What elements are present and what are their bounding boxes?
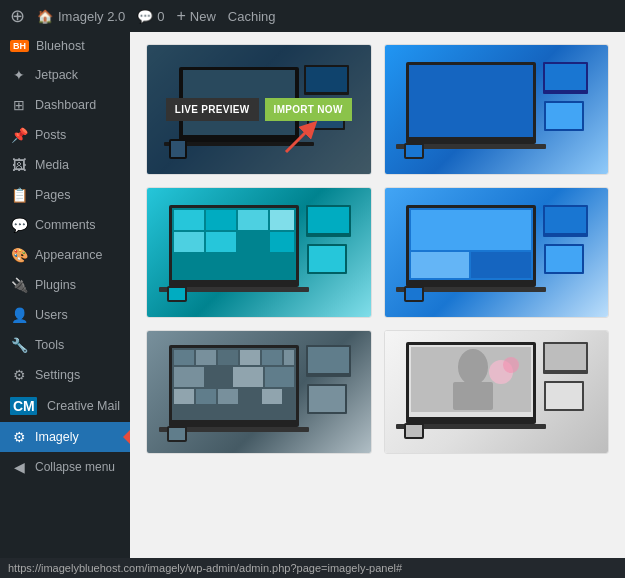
sidebar-label-dashboard: Dashboard	[35, 98, 96, 112]
theme-preview-fearless	[385, 45, 609, 174]
sidebar-item-jetpack[interactable]: ✦ Jetpack	[0, 60, 130, 90]
tools-icon: 🔧	[10, 337, 28, 353]
svg-rect-36	[169, 288, 185, 300]
theme-label-softly: SOFTLY	[385, 317, 609, 318]
sidebar-label-pages: Pages	[35, 188, 70, 202]
sidebar-label-media: Media	[35, 158, 69, 172]
sidebar-label-posts: Posts	[35, 128, 66, 142]
jetpack-icon: ✦	[10, 67, 28, 83]
sidebar-label-jetpack: Jetpack	[35, 68, 78, 82]
svg-rect-24	[238, 210, 268, 230]
theme-card-bottom1[interactable]	[146, 330, 372, 454]
svg-rect-63	[218, 389, 238, 404]
theme-card-softly[interactable]: SOFTLY	[384, 187, 610, 318]
theme-card-fearless[interactable]: FEARLESS	[384, 44, 610, 175]
theme-preview-softly	[385, 188, 609, 317]
theme-preview-iconic: LIVE PREVIEW IMPORT NOW	[147, 45, 371, 174]
sidebar-item-imagely[interactable]: ⚙ Imagely	[0, 422, 130, 452]
svg-rect-70	[309, 386, 345, 412]
theme-overlay-iconic: LIVE PREVIEW IMPORT NOW	[147, 45, 371, 174]
svg-rect-62	[196, 389, 216, 404]
sidebar-label-users: Users	[35, 308, 68, 322]
sidebar-label-comments: Comments	[35, 218, 95, 232]
sidebar-collapse[interactable]: ◀ Collapse menu	[0, 452, 130, 482]
svg-rect-19	[406, 145, 422, 157]
users-icon: 👤	[10, 307, 28, 323]
sidebar-label-bluehost: Bluehost	[36, 39, 85, 53]
svg-rect-29	[270, 232, 294, 252]
main-layout: BH Bluehost ✦ Jetpack ⊞ Dashboard 📌 Post…	[0, 32, 625, 578]
theme-label-captivate: CAPTIVATE	[147, 317, 371, 318]
dashboard-icon: ⊞	[10, 97, 28, 113]
svg-rect-41	[471, 252, 531, 278]
theme-card-captivate[interactable]: CAPTIVATE	[146, 187, 372, 318]
sidebar-item-creative-mail[interactable]: CM Creative Mail	[0, 390, 130, 422]
svg-rect-58	[206, 367, 231, 387]
svg-rect-22	[174, 210, 204, 230]
sidebar-item-dashboard[interactable]: ⊞ Dashboard	[0, 90, 130, 120]
sidebar-item-settings[interactable]: ⚙ Settings	[0, 360, 130, 390]
collapse-icon: ◀	[10, 459, 28, 475]
svg-point-79	[503, 357, 519, 373]
status-bar: https://imagelybluehost.com/imagely/wp-a…	[0, 558, 625, 578]
svg-rect-56	[284, 350, 294, 365]
sidebar-item-pages[interactable]: 📋 Pages	[0, 180, 130, 210]
status-url: https://imagelybluehost.com/imagely/wp-a…	[8, 562, 402, 574]
svg-rect-84	[546, 383, 582, 409]
theme-card-iconic[interactable]: LIVE PREVIEW IMPORT NOW	[146, 44, 372, 175]
svg-rect-72	[169, 428, 185, 440]
sidebar-label-plugins: Plugins	[35, 278, 76, 292]
sidebar-item-comments[interactable]: 💬 Comments	[0, 210, 130, 240]
theme-grid: LIVE PREVIEW IMPORT NOW	[146, 44, 609, 454]
svg-rect-12	[409, 65, 533, 137]
sidebar-item-appearance[interactable]: 🎨 Appearance	[0, 240, 130, 270]
import-arrow	[281, 117, 321, 160]
posts-icon: 📌	[10, 127, 28, 143]
live-preview-button[interactable]: LIVE PREVIEW	[166, 98, 259, 121]
svg-rect-40	[411, 252, 469, 278]
red-arrow-svg	[281, 117, 321, 157]
sidebar-item-plugins[interactable]: 🔌 Plugins	[0, 270, 130, 300]
theme-card-bottom2[interactable]	[384, 330, 610, 454]
appearance-icon: 🎨	[10, 247, 28, 263]
svg-rect-60	[265, 367, 294, 387]
svg-rect-68	[308, 347, 349, 373]
admin-bar: ⊕ 🏠 Imagely 2.0 💬 0 New Caching	[0, 0, 625, 32]
sidebar-label-imagely: Imagely	[35, 430, 79, 444]
theme-label-iconic: ICONIC	[147, 174, 371, 175]
sidebar-item-tools[interactable]: 🔧 Tools	[0, 330, 130, 360]
theme-preview-bottom1	[147, 331, 371, 453]
svg-rect-64	[240, 389, 260, 404]
imagely-icon: ⚙	[10, 429, 28, 445]
sidebar-item-posts[interactable]: 📌 Posts	[0, 120, 130, 150]
sidebar-item-media[interactable]: 🖼 Media	[0, 150, 130, 180]
theme-preview-bottom2	[385, 331, 609, 453]
caching-button[interactable]: Caching	[228, 9, 276, 24]
comment-icon: 💬	[137, 9, 153, 24]
svg-rect-59	[233, 367, 263, 387]
svg-rect-61	[174, 389, 194, 404]
svg-rect-32	[308, 207, 349, 233]
sidebar-label-tools: Tools	[35, 338, 64, 352]
wp-logo-icon: ⊕	[10, 5, 25, 27]
svg-rect-55	[262, 350, 282, 365]
fearless-mockup-svg	[396, 57, 596, 162]
comment-count[interactable]: 💬 0	[137, 9, 164, 24]
theme-preview-captivate	[147, 188, 371, 317]
sidebar-item-users[interactable]: 👤 Users	[0, 300, 130, 330]
svg-rect-82	[545, 344, 586, 370]
svg-rect-54	[240, 350, 260, 365]
svg-rect-25	[270, 210, 294, 230]
svg-rect-17	[546, 103, 582, 129]
svg-rect-15	[545, 64, 586, 90]
creative-mail-icon: CM	[10, 397, 37, 415]
new-button[interactable]: New	[176, 7, 215, 25]
svg-rect-34	[309, 246, 345, 272]
bottom2-mockup-svg	[396, 337, 596, 447]
theme-label-bottom2	[385, 453, 609, 454]
site-name[interactable]: 🏠 Imagely 2.0	[37, 9, 125, 24]
comments-icon: 💬	[10, 217, 28, 233]
svg-rect-23	[206, 210, 236, 230]
sidebar-item-bluehost[interactable]: BH Bluehost	[0, 32, 130, 60]
theme-label-fearless: FEARLESS	[385, 174, 609, 175]
